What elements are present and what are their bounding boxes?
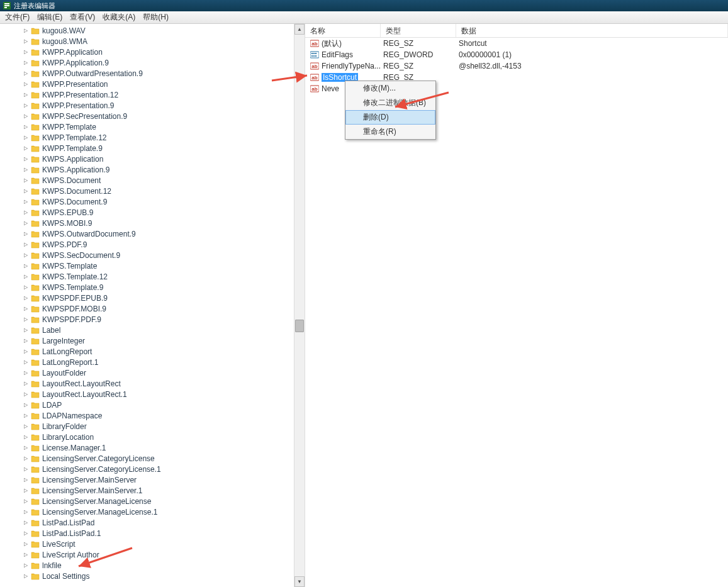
expand-icon[interactable]: ▷ (23, 274, 28, 279)
expand-icon[interactable]: ▷ (23, 103, 28, 108)
tree-item[interactable]: ▷LayoutFolder (0, 367, 305, 378)
tree-scrollbar[interactable]: ▲ ▼ (294, 24, 305, 587)
menu-favorites[interactable]: 收藏夹(A) (99, 11, 139, 24)
tree-item[interactable]: ▷kugou8.WAV (0, 25, 305, 36)
expand-icon[interactable]: ▷ (23, 402, 28, 408)
menu-help[interactable]: 帮助(H) (139, 11, 172, 24)
expand-icon[interactable]: ▷ (23, 284, 28, 290)
expand-icon[interactable]: ▷ (23, 295, 28, 301)
tree-item[interactable]: ▷LiveScript Author (0, 549, 305, 560)
value-row[interactable]: ab(默认)REG_SZShortcut (305, 38, 728, 49)
tree-item[interactable]: ▷LibraryFolder (0, 421, 305, 432)
tree-item[interactable]: ▷KWPS.SecDocument.9 (0, 250, 305, 260)
tree-item[interactable]: ▷ListPad.ListPad (0, 517, 305, 528)
expand-icon[interactable]: ▷ (23, 391, 28, 397)
scroll-down-button[interactable]: ▼ (294, 576, 305, 587)
column-type[interactable]: 类型 (381, 24, 456, 37)
menu-rename[interactable]: 重命名(R) (345, 125, 435, 139)
column-name[interactable]: 名称 (305, 24, 381, 37)
tree-item[interactable]: ▷KWPS.Document (0, 175, 305, 186)
expand-icon[interactable]: ▷ (23, 530, 28, 536)
tree-item[interactable]: ▷ListPad.ListPad.1 (0, 528, 305, 539)
menu-delete[interactable]: 删除(D) (345, 110, 435, 125)
expand-icon[interactable]: ▷ (23, 70, 28, 76)
expand-icon[interactable]: ▷ (23, 413, 28, 418)
tree-item[interactable]: ▷kugou8.WMA (0, 36, 305, 47)
value-row[interactable]: EditFlagsREG_DWORD0x00000001 (1) (305, 49, 728, 60)
tree-item[interactable]: ▷LicensingServer.ManageLicense (0, 496, 305, 506)
scroll-thumb[interactable] (295, 320, 304, 332)
tree-item[interactable]: ▷KWPS.Template (0, 260, 305, 271)
tree-item[interactable]: ▷KWPP.Template (0, 121, 305, 132)
expand-icon[interactable]: ▷ (23, 145, 28, 151)
expand-icon[interactable]: ▷ (23, 573, 28, 579)
expand-icon[interactable]: ▷ (23, 541, 28, 547)
tree-item[interactable]: ▷KWPSPDF.MOBI.9 (0, 303, 305, 314)
tree-item[interactable]: ▷KWPS.Application (0, 154, 305, 164)
tree-item[interactable]: ▷Label (0, 325, 305, 335)
expand-icon[interactable]: ▷ (23, 252, 28, 258)
expand-icon[interactable]: ▷ (23, 177, 28, 183)
tree-item[interactable]: ▷KWPP.Presentation.9 (0, 100, 305, 111)
expand-icon[interactable]: ▷ (23, 156, 28, 162)
tree-item[interactable]: ▷KWPP.Application.9 (0, 57, 305, 68)
expand-icon[interactable]: ▷ (23, 423, 28, 429)
column-data[interactable]: 数据 (456, 24, 728, 37)
expand-icon[interactable]: ▷ (23, 498, 28, 504)
tree-item[interactable]: ▷LDAPNamespace (0, 410, 305, 421)
value-row[interactable]: abFriendlyTypeNa...REG_SZ@shell32.dll,-4… (305, 60, 728, 72)
expand-icon[interactable]: ▷ (23, 327, 28, 333)
expand-icon[interactable]: ▷ (23, 316, 28, 322)
expand-icon[interactable]: ▷ (23, 199, 28, 204)
tree-item[interactable]: ▷KWPS.Template.9 (0, 282, 305, 293)
expand-icon[interactable]: ▷ (23, 231, 28, 237)
tree-item[interactable]: ▷LibraryLocation (0, 432, 305, 442)
tree-item[interactable]: ▷KWPS.Document.12 (0, 186, 305, 196)
tree-item[interactable]: ▷KWPS.MOBI.9 (0, 218, 305, 228)
expand-icon[interactable]: ▷ (23, 124, 28, 130)
tree-item[interactable]: ▷KWPS.Application.9 (0, 164, 305, 175)
tree-item[interactable]: ▷KWPP.Presentation.12 (0, 89, 305, 100)
tree-item[interactable]: ▷KWPS.OutwardDocument.9 (0, 228, 305, 239)
tree-item[interactable]: ▷KWPSPDF.EPUB.9 (0, 293, 305, 303)
expand-icon[interactable]: ▷ (23, 370, 28, 376)
expand-icon[interactable]: ▷ (23, 188, 28, 194)
tree-item[interactable]: ▷LayoutRect.LayoutRect.1 (0, 389, 305, 400)
expand-icon[interactable]: ▷ (23, 349, 28, 354)
tree-item[interactable]: ▷LicensingServer.CategoryLicense.1 (0, 464, 305, 474)
expand-icon[interactable]: ▷ (23, 210, 28, 215)
menu-modify[interactable]: 修改(M)... (345, 81, 435, 96)
menu-edit[interactable]: 编辑(E) (33, 11, 66, 24)
tree-item[interactable]: ▷KWPP.Application (0, 47, 305, 57)
scroll-up-button[interactable]: ▲ (294, 24, 305, 35)
tree-item[interactable]: ▷LDAP (0, 400, 305, 410)
tree-item[interactable]: ▷LatLongReport.1 (0, 357, 305, 367)
expand-icon[interactable]: ▷ (23, 220, 28, 226)
menu-modify-binary[interactable]: 修改二进制数据(B) (345, 96, 435, 110)
expand-icon[interactable]: ▷ (23, 81, 28, 87)
expand-icon[interactable]: ▷ (23, 113, 28, 119)
expand-icon[interactable]: ▷ (23, 381, 28, 386)
expand-icon[interactable]: ▷ (23, 49, 28, 55)
expand-icon[interactable]: ▷ (23, 28, 28, 33)
expand-icon[interactable]: ▷ (23, 552, 28, 557)
tree-item[interactable]: ▷lnkfile (0, 560, 305, 571)
tree-item[interactable]: ▷KWPS.Template.12 (0, 271, 305, 282)
tree-item[interactable]: ▷LargeInteger (0, 335, 305, 346)
expand-icon[interactable]: ▷ (23, 359, 28, 365)
tree-item[interactable]: ▷KWPP.OutwardPresentation.9 (0, 68, 305, 79)
tree-item[interactable]: ▷LicensingServer.CategoryLicense (0, 453, 305, 464)
tree-item[interactable]: ▷LatLongReport (0, 346, 305, 357)
tree-item[interactable]: ▷KWPSPDF.PDF.9 (0, 314, 305, 325)
tree-item[interactable]: ▷KWPS.Document.9 (0, 196, 305, 207)
tree-item[interactable]: ▷LicensingServer.MainServer (0, 474, 305, 485)
expand-icon[interactable]: ▷ (23, 263, 28, 269)
tree-item[interactable]: ▷KWPP.Template.12 (0, 132, 305, 143)
menu-file[interactable]: 文件(F) (1, 11, 33, 24)
tree-item[interactable]: ▷KWPS.PDF.9 (0, 239, 305, 250)
expand-icon[interactable]: ▷ (23, 562, 28, 568)
tree-item[interactable]: ▷License.Manager.1 (0, 442, 305, 453)
expand-icon[interactable]: ▷ (23, 520, 28, 525)
expand-icon[interactable]: ▷ (23, 60, 28, 65)
tree-item[interactable]: ▷Local Settings (0, 571, 305, 581)
